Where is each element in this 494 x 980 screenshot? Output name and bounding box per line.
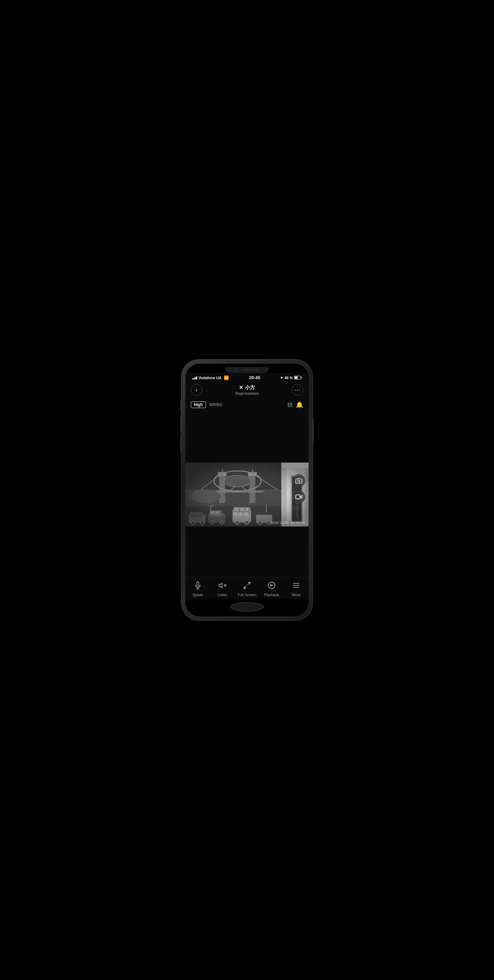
layout-icon[interactable]: ⊟ bbox=[287, 401, 292, 409]
status-bar: Vodafone UA 📶 20:45 ➤ 48 % bbox=[185, 373, 309, 382]
time-display: 20:45 bbox=[249, 375, 260, 380]
navigation-header: ‹ ✕ 小方 Видеокамера ··· bbox=[185, 382, 309, 399]
quality-bar: High 90KB/s ⊟ 🔔 bbox=[185, 399, 309, 411]
svg-line-67 bbox=[244, 586, 246, 589]
front-camera bbox=[235, 369, 238, 371]
bitrate-display: 90KB/s bbox=[209, 402, 222, 407]
playback-icon bbox=[268, 581, 276, 591]
battery-fill bbox=[295, 377, 298, 379]
home-indicator-area bbox=[185, 600, 309, 616]
bottom-toolbar: Speak Listen bbox=[185, 578, 309, 600]
phone-screen: Vodafone UA 📶 20:45 ➤ 48 % ‹ bbox=[185, 364, 309, 616]
listen-icon bbox=[218, 581, 226, 591]
device-type: Видеокамера bbox=[235, 391, 258, 395]
camera-bottom-padding bbox=[185, 527, 309, 578]
more-button[interactable]: More bbox=[286, 581, 306, 597]
wifi-icon: 📶 bbox=[224, 375, 229, 380]
quality-right: ⊟ 🔔 bbox=[287, 401, 303, 409]
video-record-icon bbox=[295, 493, 302, 500]
nav-title: ✕ 小方 Видеокамера bbox=[235, 385, 258, 395]
camera-area: 2019/11/09 01:45:36 bbox=[185, 411, 309, 578]
speak-button[interactable]: Speak bbox=[188, 581, 208, 597]
svg-rect-60 bbox=[296, 495, 300, 499]
carrier-label: Vodafone UA bbox=[199, 376, 222, 380]
status-left: Vodafone UA 📶 bbox=[192, 375, 229, 380]
svg-point-58 bbox=[298, 480, 300, 482]
fullscreen-label: Full Screen bbox=[237, 593, 257, 597]
more-label: More bbox=[292, 593, 301, 597]
listen-label: Listen bbox=[217, 593, 227, 597]
status-on-icon[interactable]: 🔔 bbox=[296, 401, 303, 409]
speak-label: Speak bbox=[193, 593, 203, 597]
notch bbox=[225, 367, 269, 373]
notch-area bbox=[185, 364, 309, 373]
playback-button[interactable]: Playback bbox=[261, 581, 282, 597]
fullscreen-icon bbox=[243, 581, 251, 591]
fullscreen-button[interactable]: Full Screen bbox=[237, 581, 257, 597]
camera-feed: 2019/11/09 01:45:36 bbox=[185, 463, 309, 527]
device-name: ✕ 小方 bbox=[235, 385, 258, 391]
back-icon: ‹ bbox=[196, 387, 197, 393]
battery-tip bbox=[301, 377, 302, 379]
playback-label: Playback bbox=[264, 593, 279, 597]
battery-icon bbox=[294, 376, 302, 380]
battery-percent: 48 % bbox=[284, 376, 293, 380]
svg-marker-59 bbox=[300, 495, 302, 498]
svg-rect-57 bbox=[185, 463, 309, 527]
status-right: ➤ 48 % bbox=[280, 376, 302, 380]
volume-up-button[interactable] bbox=[180, 415, 182, 432]
earpiece-speaker bbox=[242, 369, 259, 371]
more-icon bbox=[292, 581, 300, 591]
volume-down-button[interactable] bbox=[180, 435, 182, 452]
svg-marker-63 bbox=[219, 583, 222, 588]
location-icon: ➤ bbox=[280, 376, 283, 380]
dots-icon: ··· bbox=[295, 387, 301, 394]
listen-button[interactable]: Listen bbox=[212, 581, 233, 597]
mute-button[interactable] bbox=[180, 400, 182, 410]
svg-line-66 bbox=[248, 582, 250, 585]
quality-badge[interactable]: High bbox=[191, 401, 206, 408]
snapshot-button[interactable] bbox=[292, 474, 305, 487]
camera-image: 2019/11/09 01:45:36 bbox=[185, 463, 309, 527]
camera-top-padding bbox=[185, 411, 309, 463]
signal-icon bbox=[192, 376, 197, 380]
record-button[interactable] bbox=[292, 490, 305, 503]
quality-left: High 90KB/s bbox=[191, 401, 222, 408]
home-indicator[interactable] bbox=[230, 602, 264, 612]
speak-icon bbox=[194, 581, 202, 591]
more-options-button[interactable]: ··· bbox=[292, 384, 303, 396]
battery-body bbox=[294, 376, 301, 380]
back-button[interactable]: ‹ bbox=[191, 384, 202, 396]
camera-icon bbox=[295, 477, 302, 484]
camera-scene-svg bbox=[185, 463, 309, 527]
phone-frame: Vodafone UA 📶 20:45 ➤ 48 % ‹ bbox=[182, 360, 312, 620]
power-button[interactable] bbox=[312, 418, 314, 444]
camera-timestamp: 2019/11/09 01:45:36 bbox=[271, 521, 305, 525]
